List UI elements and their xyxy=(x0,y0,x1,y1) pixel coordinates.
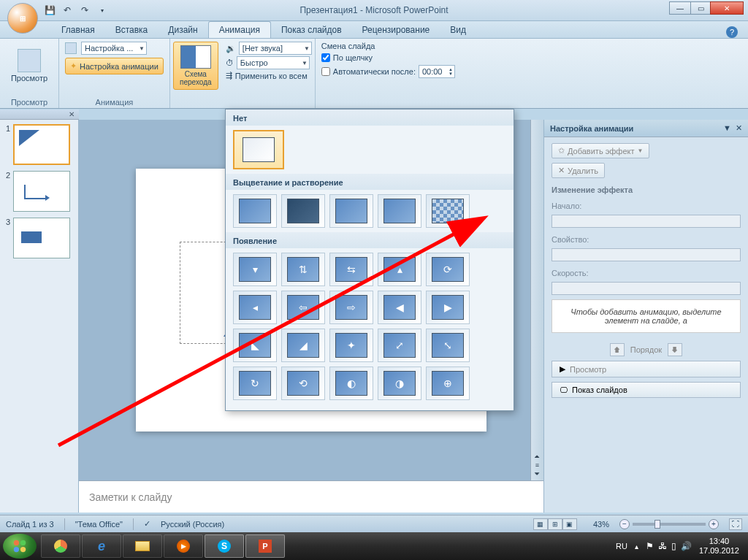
transition-item[interactable]: ⤢ xyxy=(378,329,421,362)
transition-fade-2[interactable] xyxy=(281,194,325,228)
transition-fade-1[interactable] xyxy=(233,194,277,228)
transition-item[interactable]: ⇅ xyxy=(281,253,325,286)
tray-show-hidden-icon[interactable]: ▴ xyxy=(635,542,638,551)
close-button[interactable]: ✕ xyxy=(710,1,744,15)
tab-design[interactable]: Дизайн xyxy=(158,22,207,38)
taskbar-skype[interactable]: S xyxy=(205,534,244,558)
transition-speed-combo[interactable]: Быстро▼ xyxy=(237,56,310,69)
slide-thumb-1[interactable]: 1 xyxy=(3,124,75,165)
tray-network-icon[interactable]: 🖧 xyxy=(658,541,667,551)
tab-insert[interactable]: Вставка xyxy=(105,22,159,38)
transition-item[interactable]: ◐ xyxy=(329,367,373,400)
close-pane-icon[interactable]: ✕ xyxy=(69,110,75,118)
transition-item[interactable]: ⇆ xyxy=(329,253,373,286)
undo-icon[interactable]: ↶ xyxy=(61,4,73,16)
slideshow-button[interactable]: 🖵 Показ слайдов xyxy=(552,382,741,398)
transition-item[interactable]: ⟲ xyxy=(281,367,325,400)
slide-thumb-3[interactable]: 3 xyxy=(3,218,75,258)
tray-language[interactable]: RU xyxy=(616,542,627,551)
tab-view[interactable]: Вид xyxy=(440,22,476,38)
add-effect-button[interactable]: ✩ Добавить эффект ▼ xyxy=(552,143,649,158)
fit-to-window-button[interactable]: ⛶ xyxy=(729,518,742,530)
speed-combo[interactable] xyxy=(552,282,741,295)
help-icon[interactable]: ? xyxy=(726,26,738,38)
zoom-slider[interactable]: − + xyxy=(619,519,719,529)
transition-item[interactable]: ⤡ xyxy=(426,329,470,362)
slide-thumb-2[interactable]: 2 xyxy=(3,171,75,212)
pane-close-icon[interactable]: ✕ xyxy=(736,123,742,133)
auto-after-checkbox[interactable]: Автоматически после: 00:00 ▲▼ xyxy=(321,65,455,78)
custom-animation-button[interactable]: ✦ Настройка анимации xyxy=(65,58,164,74)
sorter-view-button[interactable]: ⊞ xyxy=(548,518,562,530)
preview-button[interactable]: ▶ Просмотр xyxy=(552,361,741,377)
transition-item[interactable]: ◣ xyxy=(233,329,277,362)
apply-all-button[interactable]: Применить ко всем xyxy=(235,72,308,80)
transition-none[interactable] xyxy=(233,130,284,169)
transition-fade-4[interactable] xyxy=(378,194,421,228)
taskbar-explorer[interactable] xyxy=(123,534,162,558)
taskbar-chrome[interactable] xyxy=(41,534,80,558)
vertical-scrollbar[interactable]: ⏶ ≡ ⏷ xyxy=(530,120,543,480)
slideshow-view-button[interactable]: ▣ xyxy=(562,518,577,530)
start-combo[interactable] xyxy=(552,215,741,228)
transition-item[interactable]: ⟳ xyxy=(426,253,470,286)
spellcheck-icon[interactable]: ✓ xyxy=(144,519,150,529)
nav-icon[interactable]: ≡ xyxy=(535,461,539,469)
spin-down-icon[interactable]: ▼ xyxy=(449,72,453,76)
zoom-track[interactable] xyxy=(633,523,706,526)
pane-dropdown-icon[interactable]: ▼ xyxy=(723,123,731,133)
transition-item[interactable]: ⇨ xyxy=(329,291,373,324)
tab-home[interactable]: Главная xyxy=(51,22,105,38)
animate-combo[interactable]: Настройка ... ▼ xyxy=(81,42,147,55)
auto-after-input[interactable] xyxy=(321,67,330,76)
transition-sound-combo[interactable]: [Нет звука]▼ xyxy=(239,42,312,55)
zoom-thumb[interactable] xyxy=(654,520,660,529)
minimize-button[interactable]: — xyxy=(669,1,691,15)
remove-effect-button[interactable]: ✕ Удалить xyxy=(552,163,605,178)
zoom-in-button[interactable]: + xyxy=(709,519,719,529)
reorder-down-button[interactable]: 🡇 xyxy=(668,343,682,356)
tab-animation[interactable]: Анимация xyxy=(208,21,271,38)
zoom-value[interactable]: 43% xyxy=(593,520,609,529)
transition-item[interactable]: ✦ xyxy=(329,329,373,362)
status-language[interactable]: Русский (Россия) xyxy=(161,520,224,529)
maximize-button[interactable]: ▭ xyxy=(690,1,711,15)
on-click-checkbox[interactable]: По щелчку xyxy=(321,53,373,62)
redo-icon[interactable]: ↷ xyxy=(79,4,91,16)
transition-item[interactable]: ↻ xyxy=(233,367,277,400)
tray-flag-icon[interactable]: ⚑ xyxy=(646,541,654,551)
save-icon[interactable]: 💾 xyxy=(44,4,56,16)
preview-button[interactable]: Просмотр xyxy=(6,42,53,90)
transition-item[interactable]: ▴ xyxy=(378,253,421,286)
reorder-up-button[interactable]: 🡅 xyxy=(610,343,625,356)
taskbar-ie[interactable]: e xyxy=(82,534,121,558)
notes-pane[interactable]: Заметки к слайду xyxy=(79,480,543,513)
office-button[interactable]: ⊞ xyxy=(7,3,38,34)
qat-dropdown-icon[interactable]: ▾ xyxy=(96,4,108,16)
taskbar-mediaplayer[interactable]: ▶ xyxy=(164,534,203,558)
transition-item[interactable]: ◀ xyxy=(378,291,421,324)
on-click-input[interactable] xyxy=(321,53,330,62)
transition-scheme-button[interactable]: Схема перехода xyxy=(173,42,218,90)
taskbar-powerpoint[interactable]: P xyxy=(245,534,285,558)
transition-item[interactable]: ⊕ xyxy=(426,367,470,400)
transition-item[interactable]: ▾ xyxy=(233,253,277,286)
transition-item[interactable]: ◑ xyxy=(378,367,421,400)
transition-dissolve[interactable] xyxy=(426,194,470,228)
auto-time-spinner[interactable]: 00:00 ▲▼ xyxy=(419,65,455,78)
tray-volume-icon[interactable]: 🔊 xyxy=(681,541,692,551)
transition-item[interactable]: ◢ xyxy=(281,329,325,362)
prev-slide-icon[interactable]: ⏶ xyxy=(534,453,541,460)
transition-item[interactable]: ▶ xyxy=(426,291,470,324)
next-slide-icon[interactable]: ⏷ xyxy=(534,470,541,477)
transition-fade-3[interactable] xyxy=(329,194,373,228)
zoom-out-button[interactable]: − xyxy=(619,519,630,529)
transition-item[interactable]: ⇦ xyxy=(281,291,325,324)
tray-clock[interactable]: 13:40 17.09.2012 xyxy=(699,537,739,556)
property-combo[interactable] xyxy=(552,248,741,261)
start-button[interactable] xyxy=(3,534,37,559)
normal-view-button[interactable]: ▦ xyxy=(533,518,548,530)
tray-battery-icon[interactable]: ▯ xyxy=(671,541,676,551)
tab-review[interactable]: Рецензирование xyxy=(352,22,440,38)
tab-slideshow[interactable]: Показ слайдов xyxy=(271,22,352,38)
